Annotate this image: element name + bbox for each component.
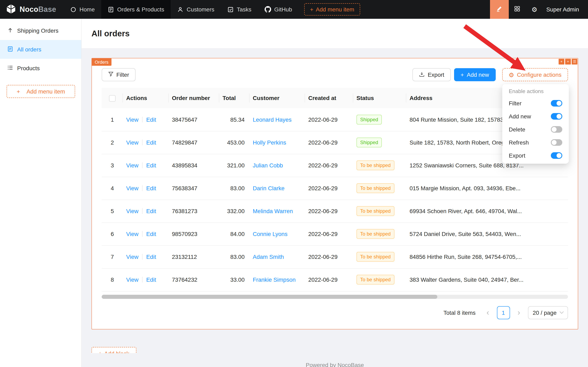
edit-link[interactable]: Edit bbox=[146, 116, 156, 123]
refresh-toggle[interactable] bbox=[551, 139, 562, 146]
drag-icon[interactable]: + bbox=[559, 59, 564, 65]
plus-icon: + bbox=[461, 71, 464, 78]
created-at-cell: 2022-06-29 bbox=[305, 108, 353, 131]
nav-item-orders-products[interactable]: Orders & Products bbox=[101, 0, 171, 19]
add-menu-item-button-navbar[interactable]: + Add menu item bbox=[304, 3, 360, 16]
dropdown-item-export[interactable]: Export bbox=[504, 149, 567, 162]
row-actions: ViewEdit bbox=[123, 177, 169, 200]
customer-link[interactable]: Melinda Warren bbox=[253, 208, 293, 214]
grid-icon bbox=[514, 6, 521, 13]
view-link[interactable]: View bbox=[126, 139, 138, 146]
view-link[interactable]: View bbox=[126, 276, 138, 283]
customer-link[interactable]: Holly Perkins bbox=[253, 139, 286, 146]
nav-item-customers[interactable]: Customers bbox=[171, 0, 221, 19]
plugins-button[interactable] bbox=[509, 0, 526, 19]
view-link[interactable]: View bbox=[126, 185, 138, 192]
edit-link[interactable]: Edit bbox=[146, 208, 156, 214]
view-link[interactable]: View bbox=[126, 162, 138, 169]
scrollbar-thumb[interactable] bbox=[102, 294, 437, 299]
row-index: 7 bbox=[102, 245, 123, 268]
configure-actions-button[interactable]: ⚙ Configure actions bbox=[502, 68, 568, 81]
table-row: 3 ViewEdit 43895834 321.00 Julian Cobb 2… bbox=[102, 154, 568, 177]
user-menu[interactable]: Super Admin bbox=[546, 6, 579, 13]
settings-button[interactable]: ⚙ bbox=[526, 0, 543, 19]
add-menu-item-button-sidebar[interactable]: + Add menu item bbox=[7, 85, 75, 98]
dropdown-item-refresh[interactable]: Refresh bbox=[504, 136, 567, 149]
address-cell: 015 Margie Mission, Apt. 093, 34936, Ebe… bbox=[406, 177, 568, 200]
customer-link[interactable]: Adam Smith bbox=[253, 253, 284, 260]
orders-table: Actions Order number Total Customer Crea… bbox=[102, 88, 568, 291]
export-label: Export bbox=[428, 71, 444, 78]
row-actions: ViewEdit bbox=[123, 108, 169, 131]
next-page-button[interactable]: › bbox=[513, 306, 524, 319]
row-index: 2 bbox=[102, 131, 123, 154]
sidebar-item-all-orders[interactable]: All orders bbox=[0, 40, 81, 59]
customer-link[interactable]: Connie Lyons bbox=[253, 231, 287, 237]
add-block-button[interactable]: + Add block bbox=[92, 347, 136, 353]
filter-label: Filter bbox=[116, 71, 129, 78]
add-new-toggle[interactable] bbox=[551, 113, 562, 120]
customer-link[interactable]: Darin Clarke bbox=[253, 185, 285, 192]
add-new-button[interactable]: + Add new bbox=[454, 68, 496, 81]
page-header: All orders bbox=[82, 19, 588, 48]
filter-button[interactable]: Filter bbox=[102, 68, 135, 81]
delete-toggle[interactable] bbox=[551, 126, 562, 133]
nav-item-home[interactable]: Home bbox=[64, 0, 101, 19]
sidebar-item-products[interactable]: Products bbox=[0, 59, 81, 78]
highlighter-icon bbox=[496, 5, 503, 14]
divider bbox=[142, 185, 143, 191]
nav-item-tasks[interactable]: Tasks bbox=[221, 0, 258, 19]
export-toggle[interactable] bbox=[551, 152, 562, 159]
home-icon bbox=[70, 6, 76, 12]
divider bbox=[142, 140, 143, 145]
table-row: 7 ViewEdit 23132112 83.00 Adam Smith 202… bbox=[102, 245, 568, 268]
view-link[interactable]: View bbox=[126, 208, 138, 214]
status-badge: Shipped bbox=[356, 115, 382, 125]
row-index: 8 bbox=[102, 268, 123, 291]
dropdown-item-delete[interactable]: Delete bbox=[504, 123, 567, 136]
add-icon[interactable]: + bbox=[565, 59, 571, 65]
row-index: 1 bbox=[102, 108, 123, 131]
gear-icon: ⚙ bbox=[531, 6, 537, 13]
order-number-cell: 43895834 bbox=[169, 154, 219, 177]
filter-icon bbox=[108, 71, 114, 78]
app: NocoBase Home Orders & Products Customer… bbox=[0, 0, 588, 367]
prev-page-button[interactable]: ‹ bbox=[482, 306, 494, 319]
add-menu-item-label: Add menu item bbox=[316, 6, 354, 13]
edit-link[interactable]: Edit bbox=[146, 162, 156, 169]
brand-text: NocoBase bbox=[20, 5, 56, 14]
nav-item-label: Home bbox=[79, 6, 95, 13]
edit-link[interactable]: Edit bbox=[146, 253, 156, 260]
plus-icon: + bbox=[98, 350, 102, 353]
dropdown-item-filter[interactable]: Filter bbox=[504, 97, 567, 110]
arrow-up-icon bbox=[7, 27, 13, 34]
edit-link[interactable]: Edit bbox=[146, 139, 156, 146]
edit-link[interactable]: Edit bbox=[146, 276, 156, 283]
dropdown-item-add-new[interactable]: Add new bbox=[504, 110, 567, 123]
row-actions: ViewEdit bbox=[123, 200, 169, 223]
nav-item-github[interactable]: GitHub bbox=[258, 0, 299, 19]
column-header-created-at: Created at bbox=[305, 88, 353, 108]
page-number-button[interactable]: 1 bbox=[497, 306, 510, 319]
customer-link[interactable]: Julian Cobb bbox=[253, 162, 283, 169]
page-size-select[interactable]: 20 / page bbox=[528, 306, 568, 319]
tasks-icon bbox=[227, 6, 234, 12]
ui-editor-button[interactable] bbox=[490, 0, 509, 19]
divider bbox=[142, 208, 143, 214]
export-button[interactable]: Export bbox=[413, 68, 451, 81]
status-badge: To be shipped bbox=[356, 206, 394, 216]
view-link[interactable]: View bbox=[126, 231, 138, 237]
logo[interactable]: NocoBase bbox=[0, 3, 64, 15]
status-cell: To be shipped bbox=[353, 200, 406, 223]
status-cell: Shipped bbox=[353, 108, 406, 131]
sidebar-item-shipping-orders[interactable]: Shipping Orders bbox=[0, 21, 81, 40]
menu-icon[interactable]: ☰ bbox=[572, 59, 577, 65]
customer-link[interactable]: Frankie Simpson bbox=[253, 276, 296, 283]
edit-link[interactable]: Edit bbox=[146, 185, 156, 192]
customer-link[interactable]: Leonard Hayes bbox=[253, 116, 292, 123]
view-link[interactable]: View bbox=[126, 116, 138, 123]
select-all-checkbox[interactable] bbox=[109, 95, 116, 101]
edit-link[interactable]: Edit bbox=[146, 231, 156, 237]
view-link[interactable]: View bbox=[126, 253, 138, 260]
filter-toggle[interactable] bbox=[551, 100, 562, 107]
